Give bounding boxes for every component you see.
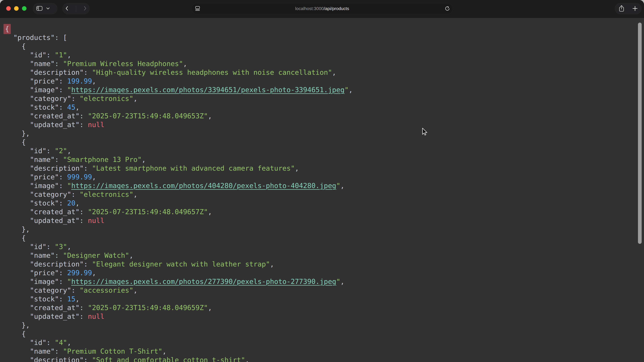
address-bar[interactable]: localhost:3000/api/products bbox=[191, 3, 453, 14]
url-path: /api/products bbox=[324, 6, 349, 11]
back-button[interactable] bbox=[66, 6, 68, 11]
json-key: "category" bbox=[30, 190, 71, 198]
json-str: " bbox=[67, 86, 71, 94]
json-pn: , bbox=[133, 190, 138, 198]
json-key: "description" bbox=[30, 164, 84, 172]
json-indent bbox=[5, 356, 30, 362]
json-response-view: { "products": [ { "id": "1", "name": "Pr… bbox=[0, 18, 644, 362]
json-str: "Premium Wireless Headphones" bbox=[63, 60, 183, 68]
json-line-field-category: "category": "accessories", bbox=[5, 286, 644, 295]
share-button[interactable] bbox=[619, 5, 624, 12]
json-indent bbox=[5, 33, 13, 41]
product-image-link[interactable]: https://images.pexels.com/photos/277390/… bbox=[71, 278, 336, 286]
json-indent bbox=[5, 260, 30, 268]
forward-button[interactable] bbox=[84, 6, 86, 11]
json-str: "Designer Watch" bbox=[63, 251, 129, 259]
new-tab-button[interactable] bbox=[632, 6, 638, 11]
json-indent bbox=[5, 164, 30, 172]
json-pn: }, bbox=[22, 225, 30, 233]
json-line-field-stock: "stock": 45, bbox=[5, 103, 644, 112]
json-str: "2025-07-23T15:49:48.049657Z" bbox=[88, 208, 208, 216]
json-indent bbox=[5, 347, 30, 355]
navigation-control-group bbox=[62, 3, 90, 14]
json-pn: , bbox=[183, 60, 187, 68]
json-indent bbox=[5, 86, 30, 94]
json-key: "stock" bbox=[30, 199, 59, 207]
json-pn: : bbox=[80, 217, 88, 225]
json-str: "Latest smartphone with advanced camera … bbox=[92, 164, 295, 172]
close-button[interactable] bbox=[6, 6, 11, 11]
json-pn: , bbox=[67, 51, 71, 59]
json-pn: , bbox=[76, 103, 80, 111]
json-key: "id" bbox=[30, 339, 46, 347]
json-key: "id" bbox=[30, 243, 46, 251]
json-pn: }, bbox=[22, 321, 30, 329]
json-pn: { bbox=[22, 330, 26, 338]
product-image-link[interactable]: https://images.pexels.com/photos/404280/… bbox=[71, 182, 336, 190]
json-pn: , bbox=[92, 173, 96, 181]
json-str: "Elegant designer watch with leather str… bbox=[92, 260, 270, 268]
page-format-icon[interactable] bbox=[195, 6, 200, 11]
sidebar-control-group bbox=[33, 3, 57, 14]
json-line-field-id: "id": "2", bbox=[5, 146, 644, 155]
json-pn: , bbox=[133, 286, 138, 294]
json-pn: : bbox=[71, 286, 80, 294]
json-indent bbox=[5, 304, 30, 312]
json-str: " bbox=[67, 278, 71, 286]
json-indent bbox=[5, 112, 30, 120]
json-key: "id" bbox=[30, 51, 46, 59]
json-str: " bbox=[336, 182, 340, 190]
json-pn: : bbox=[84, 164, 92, 172]
json-key: "description" bbox=[30, 260, 84, 268]
json-line-field-stock: "stock": 15, bbox=[5, 295, 644, 303]
sidebar-menu-button[interactable] bbox=[46, 7, 50, 10]
json-pn: , bbox=[349, 86, 353, 94]
json-indent bbox=[5, 147, 30, 155]
json-indent bbox=[5, 138, 22, 146]
json-str: "1" bbox=[55, 51, 67, 59]
json-str: "electronics" bbox=[80, 190, 133, 198]
product-image-link[interactable]: https://images.pexels.com/photos/3394651… bbox=[71, 86, 344, 94]
json-pn: , bbox=[129, 251, 134, 259]
json-pn: }, bbox=[22, 129, 30, 137]
json-line-field-created_at: "created_at": "2025-07-23T15:49:48.04965… bbox=[5, 303, 644, 312]
json-indent bbox=[5, 330, 22, 338]
json-pn: : bbox=[80, 304, 88, 312]
json-indent bbox=[5, 190, 30, 198]
json-pn: : bbox=[46, 147, 55, 155]
refresh-button[interactable] bbox=[444, 6, 450, 12]
vertical-scrollbar[interactable] bbox=[638, 23, 642, 244]
json-pn: : bbox=[84, 356, 92, 362]
json-indent bbox=[5, 269, 30, 277]
json-pn: : bbox=[55, 156, 63, 164]
json-key: "id" bbox=[30, 147, 46, 155]
json-str: "4" bbox=[55, 339, 67, 347]
minimize-button[interactable] bbox=[14, 6, 18, 11]
json-pn: , bbox=[208, 304, 212, 312]
json-line-object-close: }, bbox=[5, 321, 644, 330]
zoom-button[interactable] bbox=[22, 6, 26, 11]
json-line-object-open: { bbox=[5, 330, 644, 338]
json-line-field-price: "price": 199.99, bbox=[5, 77, 644, 85]
json-line-field-image: "image": "https://images.pexels.com/phot… bbox=[5, 277, 644, 286]
json-key: "price" bbox=[30, 77, 59, 85]
json-pn: , bbox=[332, 68, 336, 76]
json-key: "price" bbox=[30, 173, 59, 181]
json-key: "image" bbox=[30, 182, 59, 190]
json-indent bbox=[5, 121, 30, 129]
browser-toolbar: localhost:3000/api/products bbox=[0, 0, 644, 17]
json-pn: : bbox=[59, 295, 67, 303]
json-key: "updated_at" bbox=[30, 121, 80, 129]
json-indent bbox=[5, 199, 30, 207]
json-key: "created_at" bbox=[30, 208, 80, 216]
json-pn: , bbox=[142, 156, 146, 164]
json-pn: : bbox=[59, 269, 67, 277]
json-indent bbox=[5, 339, 30, 347]
json-key: "created_at" bbox=[30, 304, 80, 312]
json-num: 20 bbox=[67, 199, 75, 207]
json-indent bbox=[5, 51, 30, 59]
json-line-root-open: { bbox=[5, 24, 644, 33]
json-pn: { bbox=[22, 234, 26, 242]
json-pn: : bbox=[71, 190, 80, 198]
sidebar-toggle-button[interactable] bbox=[36, 6, 42, 11]
